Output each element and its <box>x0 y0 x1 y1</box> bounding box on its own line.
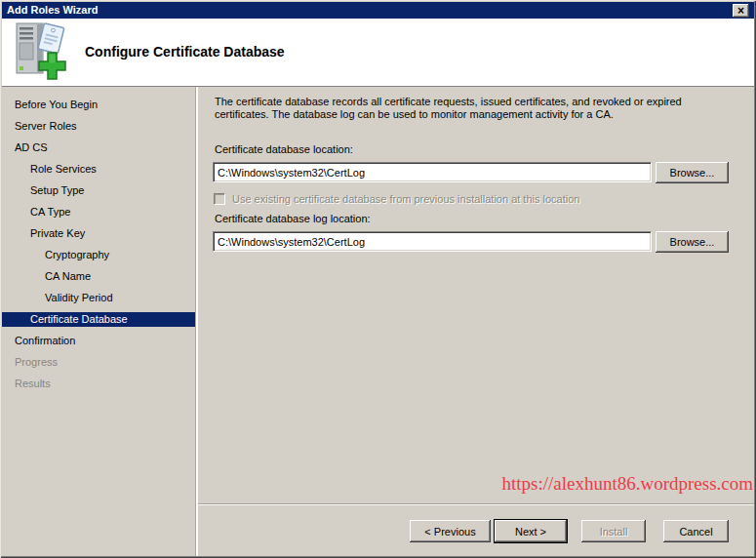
use-existing-db-checkbox <box>214 193 225 205</box>
titlebar: Add Roles Wizard <box>2 2 754 19</box>
sidebar-item-validity-period: Validity Period <box>2 287 196 308</box>
close-button[interactable]: × <box>733 4 749 18</box>
db-location-label: Certificate database location: <box>215 143 353 155</box>
sidebar-item-ca-name: CA Name <box>2 265 196 287</box>
add-roles-wizard-window: Add Roles Wizard × <box>0 0 756 558</box>
install-button: Install <box>581 520 646 542</box>
sidebar-divider <box>196 87 198 556</box>
sidebar-item-ca-type: CA Type <box>2 201 196 222</box>
sidebar-item-results: Results <box>2 373 196 394</box>
sidebar-item-role-services: Role Services <box>2 158 196 179</box>
log-location-input[interactable] <box>213 231 652 252</box>
log-location-label: Certificate database log location: <box>215 213 371 224</box>
db-location-input[interactable] <box>213 162 652 182</box>
log-location-browse-button[interactable]: Browse... <box>656 231 729 253</box>
sidebar-item-progress: Progress <box>2 351 196 373</box>
sidebar-item-certificate-database: Certificate Database <box>2 312 196 327</box>
db-location-browse-button[interactable]: Browse... <box>656 162 729 183</box>
sidebar-item-private-key: Private Key <box>2 222 196 244</box>
wizard-header: Configure Certificate Database <box>2 19 754 87</box>
sidebar-item-confirmation: Confirmation <box>2 330 196 351</box>
footer-divider <box>198 503 754 505</box>
sidebar-item-cryptography: Cryptography <box>2 244 196 265</box>
next-button[interactable]: Next > <box>494 519 568 543</box>
sidebar-item-ad-cs: AD CS <box>2 137 196 158</box>
page-title: Configure Certificate Database <box>85 44 285 60</box>
watermark-url: https://alexhunt86.wordpress.com <box>501 473 753 495</box>
use-existing-db-checkbox-label: Use existing certificate database from p… <box>232 193 579 205</box>
wizard-steps-sidebar: Before You Begin Server Roles AD CS Role… <box>2 87 196 556</box>
certificate-server-add-icon <box>11 20 71 83</box>
close-icon: × <box>737 4 744 18</box>
cancel-button[interactable]: Cancel <box>663 520 729 542</box>
previous-button[interactable]: < Previous <box>410 520 491 542</box>
sidebar-item-before-you-begin: Before You Begin <box>2 94 196 115</box>
sidebar-item-setup-type: Setup Type <box>2 179 196 201</box>
page-description: The certificate database records all cer… <box>215 96 730 121</box>
sidebar-item-server-roles: Server Roles <box>2 115 196 137</box>
window-title: Add Roles Wizard <box>7 4 98 16</box>
